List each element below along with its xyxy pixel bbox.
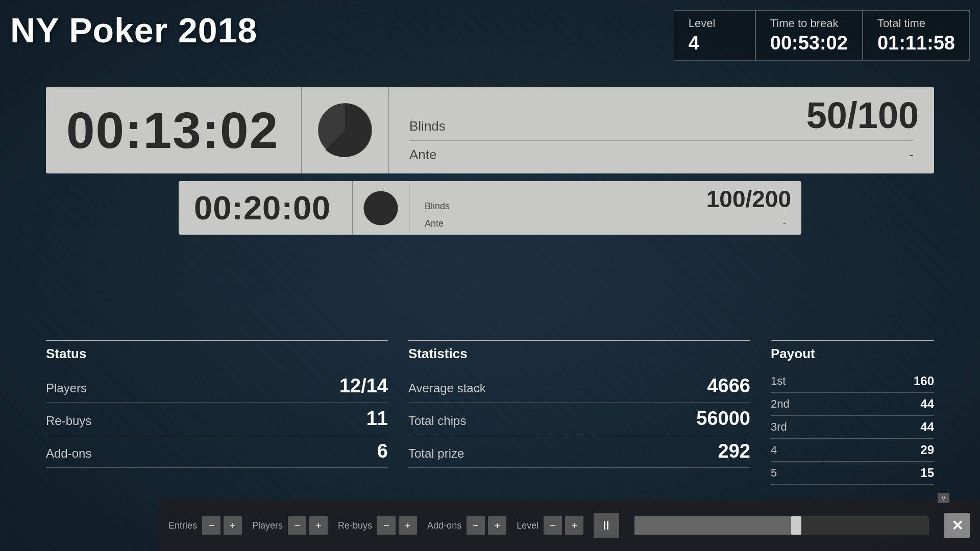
level-stat: Level 4 — [674, 10, 755, 61]
current-timer-value: 00:13:02 — [66, 101, 279, 160]
progress-thumb[interactable] — [791, 516, 801, 535]
level-minus-button[interactable]: − — [544, 516, 562, 535]
status-panel: Status Players 12/14 Re-buys 11 Add-ons … — [46, 340, 388, 485]
payout-4th-label: 4 — [771, 443, 777, 457]
payout-5th: 5 15 — [771, 462, 934, 485]
addons-plus-button[interactable]: + — [488, 516, 506, 535]
payout-4th: 4 29 — [771, 439, 934, 462]
next-ante-value: - — [783, 218, 786, 229]
current-pie-chart — [317, 102, 373, 158]
players-label: Players — [46, 381, 87, 395]
entries-minus-button[interactable]: − — [202, 516, 220, 535]
status-title: Status — [46, 340, 388, 362]
total-chips-row: Total chips 56000 — [408, 403, 750, 435]
rebuys-row: Re-buys 11 — [46, 403, 388, 435]
next-timer: 00:20:00 — [179, 181, 352, 235]
payout-2nd-label: 2nd — [771, 397, 790, 411]
time-to-break-label: Time to break — [770, 17, 848, 30]
players-ctrl-label: Players — [252, 520, 283, 531]
payout-3rd-value: 44 — [920, 420, 934, 434]
time-to-break-stat: Time to break 00:53:02 — [755, 10, 863, 61]
addons-group: Add-ons − + — [427, 516, 506, 535]
current-timer: 00:13:02 — [46, 87, 301, 173]
current-ante-label: Ante — [409, 147, 437, 163]
payout-panel: Payout 1st 160 2nd 44 3rd 44 4 29 5 15 — [771, 340, 934, 485]
close-button[interactable]: ✕ — [944, 513, 970, 538]
header-stats: Level 4 Time to break 00:53:02 Total tim… — [674, 10, 970, 61]
level-group: Level − + — [517, 516, 583, 535]
control-bar: v Entries − + Players − + Re-buys − + Ad… — [158, 500, 980, 551]
payout-2nd-value: 44 — [920, 397, 934, 411]
next-level-panel: 00:20:00 100/200 Blinds Ante - — [179, 181, 801, 235]
addons-ctrl-label: Add-ons — [427, 520, 461, 531]
next-pie-container — [353, 181, 409, 235]
statistics-title: Statistics — [408, 340, 750, 362]
addons-label: Add-ons — [46, 446, 91, 461]
current-pie-container — [302, 87, 388, 173]
rebuys-label: Re-buys — [46, 414, 91, 428]
total-time-value: 01:11:58 — [877, 32, 955, 54]
statistics-panel: Statistics Average stack 4666 Total chip… — [408, 340, 750, 485]
addons-value: 6 — [377, 440, 388, 462]
players-value: 12/14 — [339, 375, 388, 397]
payout-4th-value: 29 — [920, 443, 934, 457]
addons-minus-button[interactable]: − — [467, 516, 485, 535]
level-label: Level — [689, 17, 741, 30]
svg-point-1 — [363, 191, 398, 225]
next-pie-chart — [363, 190, 399, 226]
v-badge: v — [938, 493, 949, 503]
current-ante-value: - — [909, 147, 914, 163]
total-time-stat: Total time 01:11:58 — [863, 10, 970, 61]
rebuys-ctrl-label: Re-buys — [338, 520, 372, 531]
payout-1st-label: 1st — [771, 374, 786, 388]
entries-group: Entries − + — [168, 516, 242, 535]
current-ante-row: Ante - — [409, 147, 914, 163]
next-blinds-value: 100/200 — [706, 185, 791, 213]
total-chips-value: 56000 — [696, 408, 750, 430]
total-prize-row: Total prize 292 — [408, 435, 750, 468]
total-chips-label: Total chips — [408, 414, 466, 428]
next-ante-row: Ante - — [425, 218, 786, 229]
payout-3rd-label: 3rd — [771, 420, 787, 434]
total-prize-value: 292 — [718, 440, 750, 462]
entries-label: Entries — [168, 520, 197, 531]
level-ctrl-label: Level — [517, 520, 538, 531]
payout-5th-value: 15 — [920, 466, 934, 480]
level-plus-button[interactable]: + — [565, 516, 583, 535]
rebuys-plus-button[interactable]: + — [399, 516, 417, 535]
payout-title: Payout — [771, 340, 934, 362]
players-row: Players 12/14 — [46, 370, 388, 403]
payout-3rd: 3rd 44 — [771, 416, 934, 439]
players-plus-button[interactable]: + — [309, 516, 328, 535]
total-prize-label: Total prize — [408, 446, 464, 461]
pause-button[interactable]: ⏸ — [594, 513, 619, 538]
addons-row: Add-ons 6 — [46, 435, 388, 468]
progress-bar-fill — [634, 516, 796, 535]
payout-5th-label: 5 — [771, 466, 777, 480]
app-title: NY Poker 2018 — [10, 10, 257, 50]
avg-stack-row: Average stack 4666 — [408, 370, 750, 403]
current-blinds-value: 50/100 — [806, 94, 919, 136]
avg-stack-value: 4666 — [707, 375, 750, 397]
progress-bar[interactable] — [634, 516, 929, 535]
entries-plus-button[interactable]: + — [224, 516, 242, 535]
level-value: 4 — [689, 32, 741, 54]
rebuys-group: Re-buys − + — [338, 516, 417, 535]
payout-2nd: 2nd 44 — [771, 393, 934, 416]
rebuys-value: 11 — [366, 408, 388, 430]
next-timer-value: 00:20:00 — [194, 189, 331, 227]
players-minus-button[interactable]: − — [288, 516, 306, 535]
payout-1st: 1st 160 — [771, 370, 934, 393]
total-time-label: Total time — [877, 17, 955, 30]
rebuys-minus-button[interactable]: − — [377, 516, 396, 535]
next-blinds: 100/200 Blinds Ante - — [409, 181, 801, 235]
next-ante-label: Ante — [425, 218, 444, 229]
current-level-panel: 00:13:02 50/100 Blinds Ante - — [46, 87, 934, 173]
current-blinds: 50/100 Blinds Ante - — [389, 87, 934, 173]
avg-stack-label: Average stack — [408, 381, 486, 395]
stats-section: Status Players 12/14 Re-buys 11 Add-ons … — [46, 340, 934, 485]
payout-1st-value: 160 — [914, 374, 934, 388]
header: NY Poker 2018 Level 4 Time to break 00:5… — [10, 10, 970, 61]
time-to-break-value: 00:53:02 — [770, 32, 848, 54]
players-group: Players − + — [252, 516, 328, 535]
